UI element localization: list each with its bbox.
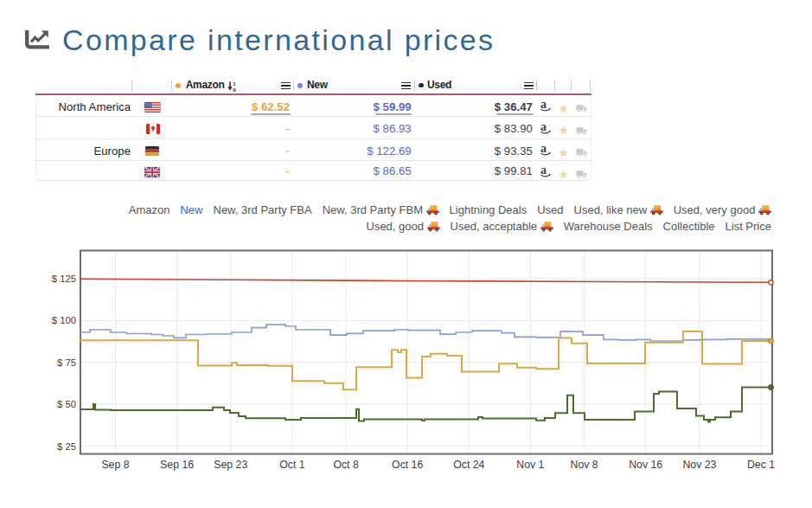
svg-text:Oct 16: Oct 16 — [392, 459, 423, 471]
svg-text:Nov 1: Nov 1 — [516, 459, 544, 471]
svg-text:Sep 8: Sep 8 — [101, 459, 129, 471]
svg-text:Nov 16: Nov 16 — [629, 459, 662, 471]
svg-text:$ 125: $ 125 — [52, 273, 76, 284]
svg-text:Nov 8: Nov 8 — [571, 459, 598, 471]
svg-text:$ 50: $ 50 — [57, 399, 76, 409]
svg-text:$ 100: $ 100 — [52, 315, 76, 325]
svg-text:Oct 1: Oct 1 — [279, 459, 305, 471]
svg-text:Sep 23: Sep 23 — [214, 459, 247, 471]
svg-text:Sep 16: Sep 16 — [160, 459, 194, 471]
svg-text:Dec 1: Dec 1 — [747, 459, 775, 471]
svg-text:$ 75: $ 75 — [57, 357, 76, 368]
svg-text:Oct 8: Oct 8 — [333, 459, 359, 471]
svg-text:9: 9 — [233, 87, 236, 92]
svg-text:Nov 23: Nov 23 — [682, 459, 716, 471]
svg-text:1: 1 — [233, 80, 236, 87]
svg-text:$ 25: $ 25 — [57, 441, 76, 452]
svg-text:Oct 24: Oct 24 — [453, 459, 484, 471]
